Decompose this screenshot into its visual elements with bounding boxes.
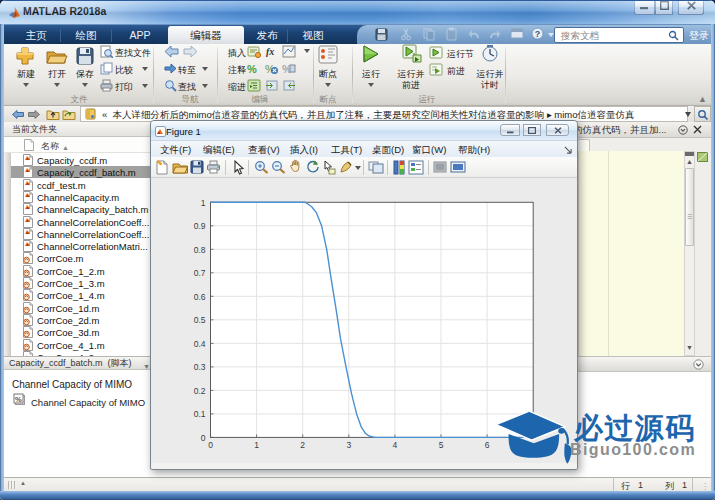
svg-text:0.9: 0.9 (194, 221, 206, 231)
svg-text:0.4: 0.4 (194, 339, 206, 349)
svg-text:%: % (247, 63, 257, 75)
svg-text:0.2: 0.2 (194, 386, 206, 396)
svg-text:5: 5 (439, 440, 444, 450)
svg-text:0: 0 (208, 440, 213, 450)
svg-text:0: 0 (201, 433, 206, 443)
svg-text:1: 1 (254, 440, 259, 450)
svg-text:0.5: 0.5 (194, 315, 206, 325)
svg-text:fx: fx (266, 46, 274, 57)
svg-text:2: 2 (300, 440, 305, 450)
svg-text:4: 4 (393, 440, 398, 450)
svg-text:1: 1 (201, 198, 206, 208)
svg-text:0.6: 0.6 (194, 292, 206, 302)
svg-text:0.7: 0.7 (194, 268, 206, 278)
svg-text:0.3: 0.3 (194, 362, 206, 372)
svg-text:3: 3 (346, 440, 351, 450)
svg-text:0.8: 0.8 (194, 245, 206, 255)
svg-text:0.1: 0.1 (194, 409, 206, 419)
svg-text:%: % (15, 395, 22, 404)
svg-text:?: ? (535, 29, 541, 39)
